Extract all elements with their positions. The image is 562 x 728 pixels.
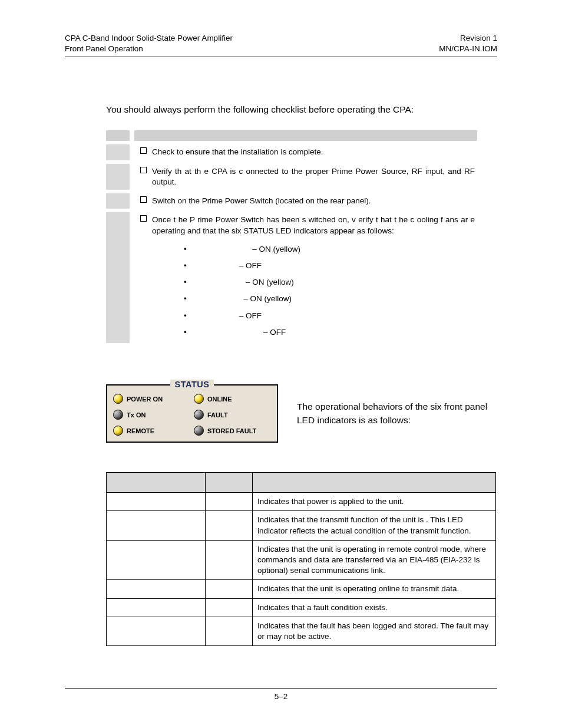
checklist-right-cell: Once t he P rime Power Switch has been s… xyxy=(134,212,477,343)
led-color-cell xyxy=(206,617,253,645)
bullet-row: • – ON (yellow) xyxy=(184,274,475,291)
led-table: Indicates that power is applied to the u… xyxy=(106,472,496,646)
led-color-cell xyxy=(206,511,253,540)
table-row: Indicates that the fault has been logged… xyxy=(107,617,496,645)
led-desc-cell: Indicates that the transmit function of … xyxy=(253,511,496,540)
checkbox-icon[interactable] xyxy=(140,147,147,154)
header-title: CPA C-Band Indoor Solid-State Power Ampl… xyxy=(65,33,233,44)
checkbox-col xyxy=(134,215,152,341)
led-table-header-row xyxy=(107,473,496,493)
led-color-cell xyxy=(206,493,253,511)
bullet-row: • – ON (yellow) xyxy=(184,241,475,258)
header-right: Revision 1 MN/CPA-IN.IOM xyxy=(439,33,497,54)
led-name-cell xyxy=(107,617,206,645)
bullet-row: • – OFF xyxy=(184,258,475,274)
status-item: Tx ON xyxy=(113,410,190,420)
page-footer: 5–2 xyxy=(65,688,497,701)
led-icon xyxy=(194,394,204,404)
status-grid: POWER ONONLINETx ONFAULTREMOTESTORED FAU… xyxy=(113,394,271,436)
checklist-text: Verify th at th e CPA is c onnected to t… xyxy=(152,166,475,187)
checklist: Check to ensure that the installation is… xyxy=(106,130,477,343)
checklist-left-cell xyxy=(106,193,130,209)
led-icon xyxy=(113,426,123,436)
led-color-cell xyxy=(206,580,253,598)
checkbox-icon[interactable] xyxy=(140,215,147,222)
led-label: REMOTE xyxy=(127,427,154,434)
checklist-text-wrap: Once t he P rime Power Switch has been s… xyxy=(152,215,477,341)
led-label: POWER ON xyxy=(127,396,163,403)
table-row: Indicates that the transmit function of … xyxy=(107,511,496,540)
led-icon xyxy=(194,426,204,436)
status-item: ONLINE xyxy=(194,394,271,404)
checklist-text-wrap: Switch on the Prime Power Switch (locate… xyxy=(152,196,477,206)
led-color-cell xyxy=(206,540,253,580)
bullet-icon: • xyxy=(184,327,219,338)
bullet-icon: • xyxy=(184,294,219,304)
led-icon xyxy=(113,410,123,420)
checklist-text: Switch on the Prime Power Switch (locate… xyxy=(152,196,475,206)
bullet-text: – ON (yellow) xyxy=(219,244,300,255)
header-subtitle: Front Panel Operation xyxy=(65,44,233,54)
checkbox-col xyxy=(134,196,152,206)
led-name-cell xyxy=(107,511,206,540)
checklist-left-cell xyxy=(106,164,130,190)
led-label: FAULT xyxy=(207,411,228,419)
bullet-icon: • xyxy=(184,277,219,288)
led-desc-cell: Indicates that the unit is operating onl… xyxy=(253,580,496,598)
checklist-row: Verify th at th e CPA is c onnected to t… xyxy=(106,164,477,190)
checkbox-icon[interactable] xyxy=(140,196,147,203)
led-name-cell xyxy=(107,598,206,617)
header-docnum: MN/CPA-IN.IOM xyxy=(439,44,497,54)
status-item: STORED FAULT xyxy=(194,426,271,436)
led-table-h2 xyxy=(206,473,253,493)
bullet-icon: • xyxy=(184,244,219,255)
table-row: Indicates that a fault condition exists. xyxy=(107,598,496,617)
bullet-text: – OFF xyxy=(219,261,262,271)
bullet-row: • – ON (yellow) xyxy=(184,291,475,307)
led-label: Tx ON xyxy=(127,411,146,419)
checklist-right-cell: Verify th at th e CPA is c onnected to t… xyxy=(134,164,477,190)
checklist-left-cell xyxy=(106,212,130,343)
status-row: STATUS POWER ONONLINETx ONFAULTREMOTESTO… xyxy=(106,384,497,443)
status-title-wrap: STATUS xyxy=(107,379,277,390)
checklist-text-wrap: Check to ensure that the installation is… xyxy=(152,147,477,157)
checklist-left-cell xyxy=(106,144,130,160)
page-number: 5–2 xyxy=(65,692,497,701)
status-title: STATUS xyxy=(170,380,214,389)
bullet-row: • – OFF xyxy=(184,308,475,324)
footer-rule xyxy=(65,688,497,689)
status-item: POWER ON xyxy=(113,394,190,404)
checkbox-col xyxy=(134,166,152,187)
led-color-cell xyxy=(206,598,253,617)
led-desc-cell: Indicates that the unit is operating in … xyxy=(253,540,496,580)
led-icon xyxy=(113,394,123,404)
checklist-right-cell: Check to ensure that the installation is… xyxy=(134,144,477,160)
checklist-row: Once t he P rime Power Switch has been s… xyxy=(106,212,477,343)
table-row: Indicates that power is applied to the u… xyxy=(107,493,496,511)
status-panel: STATUS POWER ONONLINETx ONFAULTREMOTESTO… xyxy=(106,384,278,443)
led-name-cell xyxy=(107,580,206,598)
led-table-h3 xyxy=(253,473,496,493)
checkbox-icon[interactable] xyxy=(140,167,147,173)
bullet-icon: • xyxy=(184,261,219,271)
intro-text: You should always perform the following … xyxy=(106,104,497,115)
checklist-header-left xyxy=(106,130,130,141)
led-desc-cell: Indicates that a fault condition exists. xyxy=(253,598,496,617)
led-table-h1 xyxy=(107,473,206,493)
page-header: CPA C-Band Indoor Solid-State Power Ampl… xyxy=(65,33,497,54)
header-left: CPA C-Band Indoor Solid-State Power Ampl… xyxy=(65,33,233,54)
led-label: ONLINE xyxy=(207,396,232,403)
checklist-right-cell: Switch on the Prime Power Switch (locate… xyxy=(134,193,477,209)
table-row: Indicates that the unit is operating onl… xyxy=(107,580,496,598)
page: CPA C-Band Indoor Solid-State Power Ampl… xyxy=(0,0,562,670)
led-name-cell xyxy=(107,540,206,580)
header-revision: Revision 1 xyxy=(439,33,497,44)
header-rule xyxy=(65,57,497,57)
bullet-icon: • xyxy=(184,311,219,321)
bullet-list: • – ON (yellow)• – OFF• – ON (yellow)• –… xyxy=(152,241,475,341)
bullet-text: – OFF xyxy=(219,327,286,338)
led-name-cell xyxy=(107,493,206,511)
bullet-text: – ON (yellow) xyxy=(219,294,292,304)
led-label: STORED FAULT xyxy=(207,427,256,434)
bullet-row: • – OFF xyxy=(184,324,475,341)
